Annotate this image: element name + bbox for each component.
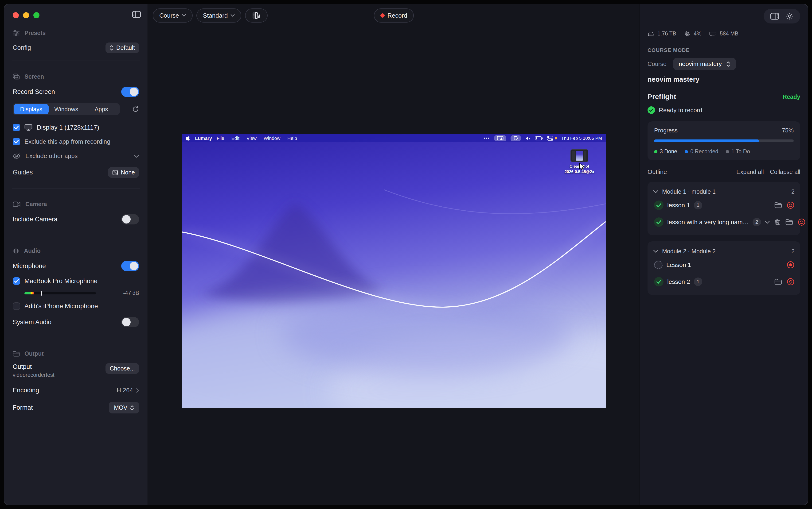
exclude-app-checkbox[interactable] bbox=[13, 138, 20, 145]
sidebar-toggle-icon[interactable] bbox=[132, 11, 141, 20]
more-menu-icon[interactable]: ••• bbox=[484, 136, 490, 141]
right-sidebar-toggle-icon[interactable] bbox=[770, 13, 779, 20]
chevron-down-icon[interactable] bbox=[134, 155, 139, 158]
course-select-label: Course bbox=[648, 61, 667, 67]
chevron-down-icon[interactable] bbox=[653, 249, 658, 253]
lesson-row[interactable]: lesson with a very long nam…2 bbox=[653, 214, 794, 231]
iphone-mic-checkbox[interactable] bbox=[13, 302, 20, 310]
guides-button[interactable]: None bbox=[108, 167, 139, 178]
progress-header: Progress 75% bbox=[654, 127, 794, 134]
display-icon bbox=[25, 124, 32, 131]
macbook-mic-checkbox[interactable] bbox=[13, 277, 20, 285]
inner-menus: FileEditViewWindowHelp bbox=[217, 136, 297, 141]
tab-displays[interactable]: Displays bbox=[13, 104, 48, 114]
check-circle-icon bbox=[648, 106, 655, 114]
output-header-label: Output bbox=[25, 350, 44, 357]
progress-card: Progress 75% 3 Done0 Recorded1 To Do bbox=[648, 122, 800, 160]
course-select-value: neovim mastery bbox=[679, 60, 722, 68]
folder-icon[interactable] bbox=[774, 279, 782, 285]
legend-label: 1 To Do bbox=[732, 148, 750, 155]
refresh-icon[interactable] bbox=[132, 106, 139, 113]
rerecord-icon[interactable] bbox=[798, 218, 806, 226]
outline-label: Outline bbox=[648, 168, 667, 176]
inner-app-name[interactable]: Lumary bbox=[195, 136, 212, 141]
cleanshot-menu-icon[interactable] bbox=[511, 135, 521, 141]
trash-icon[interactable] bbox=[774, 218, 781, 226]
outline-header-row: Outline Expand all Collapse all bbox=[648, 168, 800, 176]
toggle-knob bbox=[130, 262, 138, 270]
config-label: Config bbox=[13, 44, 31, 52]
lesson-take-badge: 2 bbox=[753, 218, 761, 226]
module-header[interactable]: Module 1 · module 12 bbox=[653, 186, 794, 197]
exclude-app-row[interactable]: Exclude this app from recording bbox=[13, 138, 139, 145]
apple-logo-icon[interactable] bbox=[186, 136, 190, 141]
chevron-down-icon[interactable] bbox=[765, 220, 770, 224]
lesson-pending-icon bbox=[654, 261, 662, 269]
screen-preview: Lumary FileEditViewWindowHelp ••• bbox=[182, 134, 606, 408]
mute-icon[interactable] bbox=[525, 136, 531, 141]
record-button[interactable]: Record bbox=[374, 8, 414, 23]
control-center-icon[interactable] bbox=[547, 136, 557, 141]
inner-menu-item[interactable]: Window bbox=[264, 136, 280, 141]
microphone-label: Microphone bbox=[13, 263, 46, 270]
expand-all-link[interactable]: Expand all bbox=[736, 169, 764, 175]
lesson-done-icon bbox=[654, 217, 663, 227]
gear-icon[interactable] bbox=[786, 12, 794, 20]
chevron-down-icon[interactable] bbox=[653, 190, 658, 193]
system-audio-toggle[interactable] bbox=[121, 317, 139, 327]
sidebar: Presets Config Default Screen Record Scr… bbox=[4, 4, 148, 505]
iphone-mic-row[interactable]: Adib's iPhone Microphone bbox=[13, 302, 139, 310]
folder-icon[interactable] bbox=[785, 219, 793, 225]
rerecord-icon[interactable] bbox=[787, 201, 794, 209]
progress-track bbox=[654, 139, 794, 142]
screen-sharing-icon[interactable] bbox=[494, 135, 506, 141]
format-select[interactable]: MOV bbox=[109, 402, 139, 413]
tab-apps[interactable]: Apps bbox=[84, 104, 119, 114]
display-checkbox[interactable] bbox=[13, 124, 20, 131]
display-row[interactable]: Display 1 (1728x1117) bbox=[13, 124, 139, 131]
legend-item: 1 To Do bbox=[726, 148, 750, 155]
module-header[interactable]: Module 2 · Module 22 bbox=[653, 246, 794, 257]
rerecord-icon[interactable] bbox=[787, 278, 794, 286]
choose-output-button[interactable]: Choose... bbox=[105, 363, 139, 374]
preflight-message-row: Ready to record bbox=[648, 106, 800, 114]
zoom-button[interactable] bbox=[33, 12, 39, 18]
panel-controls bbox=[764, 9, 800, 24]
inner-menu-item[interactable]: View bbox=[247, 136, 257, 141]
record-screen-toggle[interactable] bbox=[121, 87, 139, 97]
collapse-all-link[interactable]: Collapse all bbox=[770, 169, 800, 175]
record-lesson-icon[interactable] bbox=[787, 261, 794, 269]
library-button[interactable] bbox=[245, 8, 268, 23]
course-select[interactable]: neovim mastery bbox=[673, 58, 736, 70]
toggle-knob bbox=[122, 215, 131, 224]
lesson-take-badge: 1 bbox=[694, 277, 702, 286]
macbook-mic-row[interactable]: MacBook Pro Microphone bbox=[13, 277, 139, 285]
encoding-row[interactable]: Encoding H.264 bbox=[13, 387, 139, 394]
inner-menu-item[interactable]: File bbox=[217, 136, 224, 141]
course-mode-dropdown[interactable]: Course bbox=[153, 8, 193, 23]
format-row: Format MOV bbox=[13, 402, 139, 413]
stage: Presets Config Default Screen Record Scr… bbox=[0, 0, 812, 509]
lesson-row[interactable]: lesson 11 bbox=[653, 197, 794, 214]
exclude-other-row[interactable]: Exclude other apps bbox=[13, 152, 139, 160]
record-button-label: Record bbox=[387, 12, 407, 19]
lesson-row[interactable]: Lesson 1 bbox=[653, 257, 794, 273]
inner-menu-item[interactable]: Edit bbox=[231, 136, 239, 141]
encoding-label: Encoding bbox=[13, 387, 39, 394]
tab-windows[interactable]: Windows bbox=[48, 104, 84, 114]
standard-dropdown[interactable]: Standard bbox=[196, 8, 241, 23]
microphone-toggle[interactable] bbox=[121, 261, 139, 271]
divider bbox=[12, 338, 140, 338]
updown-icon bbox=[110, 45, 113, 50]
inner-clock[interactable]: Thu Feb 5 10:06 PM bbox=[561, 136, 602, 141]
inner-menu-item[interactable]: Help bbox=[287, 136, 297, 141]
close-button[interactable] bbox=[13, 12, 19, 18]
config-select[interactable]: Default bbox=[105, 42, 139, 53]
include-camera-toggle[interactable] bbox=[121, 214, 139, 225]
folder-icon[interactable] bbox=[774, 202, 782, 208]
wallpaper bbox=[182, 134, 606, 408]
cpu-value: 4% bbox=[693, 31, 701, 37]
lesson-row[interactable]: lesson 21 bbox=[653, 273, 794, 290]
battery-icon[interactable] bbox=[535, 136, 543, 140]
minimize-button[interactable] bbox=[23, 12, 29, 18]
